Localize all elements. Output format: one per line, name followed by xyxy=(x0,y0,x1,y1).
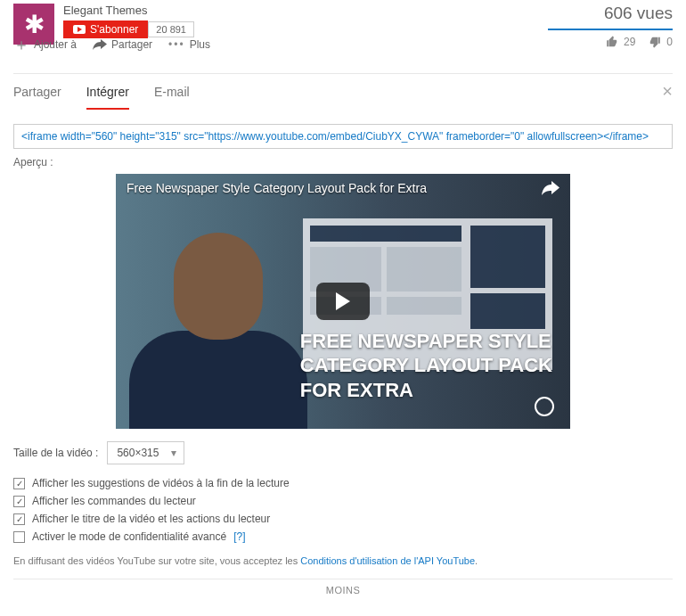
checkbox-suggestions[interactable]: ✓ xyxy=(13,478,25,489)
checkbox-privacy[interactable] xyxy=(13,531,25,543)
show-less-button[interactable]: MOINS xyxy=(13,579,673,595)
checkbox-title[interactable]: ✓ xyxy=(13,513,25,525)
like-count: 29 xyxy=(624,36,635,48)
subscribe-label: S'abonner xyxy=(90,23,138,36)
preview-label: Aperçu : xyxy=(13,156,673,168)
tab-share[interactable]: Partager xyxy=(13,85,61,110)
channel-name[interactable]: Elegant Themes xyxy=(63,4,548,17)
share-icon[interactable] xyxy=(542,181,559,198)
video-size-select[interactable]: 560×315 xyxy=(107,441,184,464)
video-size-label: Taille de la vidéo : xyxy=(13,447,98,459)
dots-icon: ••• xyxy=(168,38,185,51)
close-icon[interactable]: × xyxy=(662,81,673,102)
help-link[interactable]: [?] xyxy=(233,530,245,543)
share-button[interactable]: Partager xyxy=(93,38,152,51)
terms-link[interactable]: Conditions d'utilisation de l'API YouTub… xyxy=(300,555,475,566)
video-overlay-text: FREE NEWSPAPER STYLE CATEGORY LAYOUT PAC… xyxy=(300,329,552,403)
video-title: Free Newspaper Style Category Layout Pac… xyxy=(127,181,427,195)
tab-embed[interactable]: Intégrer xyxy=(86,85,129,110)
view-count: 606 vues xyxy=(548,4,673,23)
youtube-icon xyxy=(73,25,86,34)
dislike-button[interactable]: 0 xyxy=(648,36,673,48)
checkbox-controls[interactable]: ✓ xyxy=(13,496,25,507)
plus-icon: ＋ xyxy=(13,34,29,55)
brand-logo-icon xyxy=(535,397,554,416)
video-preview[interactable]: Free Newspaper Style Category Layout Pac… xyxy=(116,174,570,429)
option-controls-label: Afficher les commandes du lecteur xyxy=(32,495,196,507)
embed-code-input[interactable] xyxy=(13,124,673,149)
option-privacy-label: Activer le mode de confidentialité avanc… xyxy=(32,530,226,543)
like-button[interactable]: 29 xyxy=(605,36,635,48)
more-button[interactable]: ••• Plus xyxy=(168,38,210,51)
dislike-count: 0 xyxy=(666,36,673,48)
add-to-button[interactable]: ＋ Ajouter à xyxy=(13,34,77,55)
share-arrow-icon xyxy=(93,39,107,50)
thumb-up-icon xyxy=(605,36,619,48)
sentiment-bar xyxy=(548,29,673,30)
option-suggestions-label: Afficher les suggestions de vidéos à la … xyxy=(32,477,290,489)
terms-text: En diffusant des vidéos YouTube sur votr… xyxy=(13,555,673,566)
tab-email[interactable]: E-mail xyxy=(154,85,190,110)
play-button[interactable] xyxy=(316,283,370,320)
thumb-down-icon xyxy=(648,36,662,48)
subscriber-count: 20 891 xyxy=(148,21,194,37)
preview-person xyxy=(129,215,307,429)
option-title-label: Afficher le titre de la vidéo et les act… xyxy=(32,513,270,525)
